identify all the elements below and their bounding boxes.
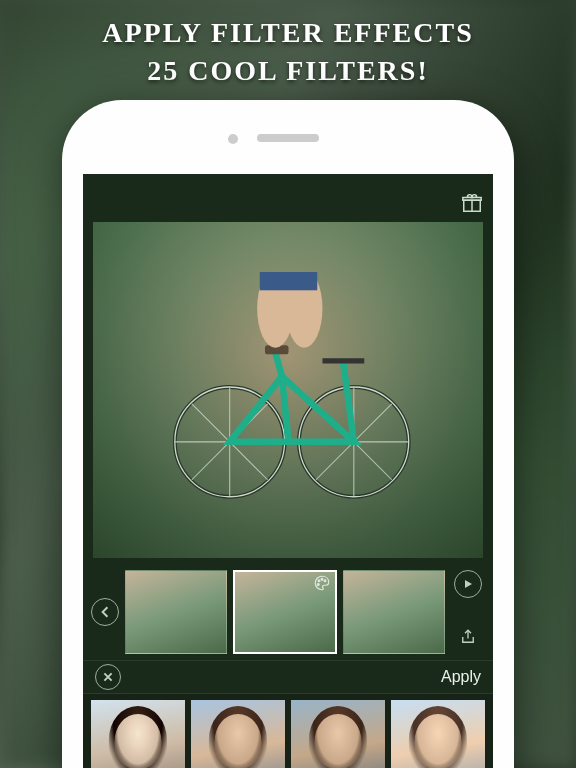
filter-option-whitebalance[interactable]: WhiteBalance <box>191 700 285 768</box>
filter-strip: Emboss WhiteBalance ZoomBlur SoftEleganc… <box>83 694 493 768</box>
gift-icon[interactable] <box>461 192 483 219</box>
clip-thumbnail[interactable] <box>125 570 227 654</box>
headline-line-1: APPLY FILTER EFFECTS <box>0 14 576 52</box>
filter-option-softelegance[interactable]: SoftElegance <box>391 700 485 768</box>
apply-button[interactable]: Apply <box>441 668 481 686</box>
close-icon <box>102 671 114 683</box>
main-photo-preview <box>93 222 483 558</box>
filter-option-emboss[interactable]: Emboss <box>91 700 185 768</box>
clip-thumbnail-row <box>83 564 493 660</box>
app-screen: Apply Emboss WhiteBalance ZoomBlur SoftE… <box>83 174 493 768</box>
top-bar <box>83 190 493 220</box>
share-button[interactable] <box>459 628 477 651</box>
play-icon <box>463 579 473 589</box>
action-row: Apply <box>83 660 493 694</box>
svg-point-23 <box>318 580 320 582</box>
status-bar <box>83 174 493 190</box>
svg-point-26 <box>317 584 319 586</box>
phone-camera <box>228 134 238 144</box>
filter-option-zoomblur[interactable]: ZoomBlur <box>291 700 385 768</box>
share-icon <box>459 628 477 646</box>
svg-line-16 <box>275 353 282 377</box>
phone-speaker <box>257 134 319 142</box>
headline-line-2: 25 COOL FILTERS! <box>0 52 576 90</box>
clip-thumbnail[interactable] <box>233 570 337 654</box>
phone-frame: Apply Emboss WhiteBalance ZoomBlur SoftE… <box>62 100 514 768</box>
back-button[interactable] <box>91 598 119 626</box>
palette-icon <box>313 574 331 596</box>
promo-headline: APPLY FILTER EFFECTS 25 COOL FILTERS! <box>0 0 576 98</box>
close-button[interactable] <box>95 664 121 690</box>
thumb-side-controls <box>451 570 485 654</box>
svg-point-24 <box>321 578 323 580</box>
play-button[interactable] <box>454 570 482 598</box>
chevron-left-icon <box>99 606 111 618</box>
clip-thumbnail[interactable] <box>343 570 445 654</box>
bicycle-illustration <box>152 272 425 507</box>
svg-point-25 <box>324 580 326 582</box>
svg-rect-22 <box>259 272 316 290</box>
